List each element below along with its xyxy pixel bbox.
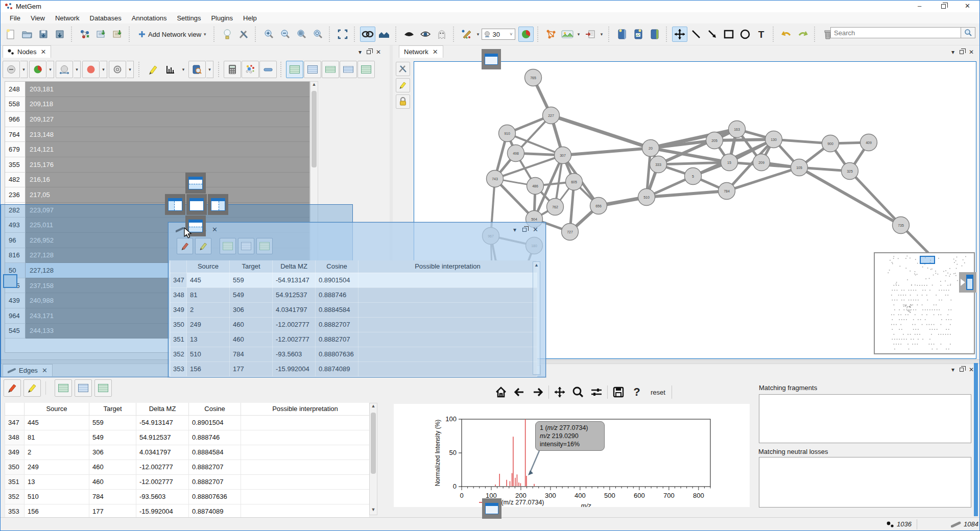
highlight-yellow-button[interactable] — [23, 379, 41, 397]
new-file-button[interactable] — [3, 27, 18, 42]
cell[interactable]: 0.8874089 — [316, 361, 358, 376]
close-button[interactable]: ✕ — [955, 1, 979, 12]
cell[interactable]: 460 — [89, 460, 136, 474]
database-view-button[interactable] — [647, 27, 662, 42]
row-header[interactable]: 355 — [5, 157, 26, 173]
close-icon[interactable]: ✕ — [41, 48, 46, 56]
color-palette-button[interactable] — [459, 27, 474, 42]
minimize-button[interactable]: – — [907, 1, 931, 12]
edges-table-row[interactable]: 352510784-93.56030.88807636 — [5, 489, 370, 504]
close-icon[interactable]: ✕ — [433, 48, 438, 56]
cell[interactable]: -12.002777 — [273, 317, 316, 332]
hide-items-button[interactable] — [401, 27, 417, 42]
save-button[interactable] — [36, 27, 51, 42]
network-node[interactable]: 784 — [719, 183, 735, 200]
network-node[interactable]: 498 — [508, 145, 524, 162]
cell[interactable]: 549 — [230, 287, 273, 302]
cell[interactable]: 249 — [187, 317, 230, 332]
network-node[interactable]: 205 — [706, 132, 723, 149]
zoom-icon[interactable] — [570, 384, 586, 400]
ghost-mode-button[interactable] — [434, 27, 449, 42]
cell[interactable]: 306 — [230, 302, 273, 317]
network-edge[interactable] — [563, 148, 651, 155]
show-items-button[interactable] — [418, 27, 433, 42]
row-header[interactable]: 350 — [5, 460, 25, 474]
floating-table-scrollbar[interactable]: ▲ — [533, 261, 540, 375]
cell[interactable]: 460 — [89, 474, 136, 489]
cell[interactable]: 177 — [89, 504, 136, 519]
dock-close-icon[interactable]: ✕ — [969, 366, 974, 373]
network-node[interactable]: 735 — [893, 217, 910, 234]
row-header[interactable]: 966 — [5, 112, 26, 127]
row-header[interactable]: 248 — [5, 82, 26, 97]
row-value[interactable]: 214,121 — [26, 142, 309, 157]
cell[interactable]: -93.5603 — [273, 347, 316, 361]
cell[interactable]: -54.913147 — [136, 415, 189, 430]
column-header-cosine[interactable]: Cosine — [316, 260, 358, 273]
home-icon[interactable] — [493, 384, 509, 400]
edges-table-row[interactable]: 34923064.03417970.8884584 — [5, 445, 370, 460]
row-header[interactable]: 351 — [170, 332, 187, 347]
redo-button[interactable] — [795, 27, 810, 42]
cell[interactable] — [358, 347, 537, 361]
row-value[interactable]: 203,181 — [26, 82, 309, 97]
edges-table-row[interactable]: 350249460-12.0027770.8882707 — [170, 317, 537, 332]
move-tool-button[interactable] — [672, 27, 687, 42]
network-annotate-button[interactable] — [396, 78, 410, 92]
cell[interactable]: -12.002777 — [136, 474, 189, 489]
edges-table-scrollbar[interactable]: ▲ ▼ — [369, 403, 377, 515]
cell[interactable]: 0.8874089 — [189, 504, 241, 519]
network-node[interactable]: 15 — [721, 154, 738, 171]
cell[interactable]: -54.913147 — [273, 273, 316, 287]
view-spectrum-button[interactable] — [162, 61, 179, 78]
pan-icon[interactable] — [552, 384, 567, 400]
search-button[interactable] — [961, 27, 975, 38]
clusterize-button[interactable] — [242, 61, 259, 78]
menu-item-help[interactable]: Help — [238, 13, 262, 23]
network-node[interactable]: 163 — [729, 121, 746, 138]
tab-network[interactable]: Network ✕ — [399, 45, 443, 58]
column-header-target[interactable]: Target — [89, 403, 136, 415]
scroll-up-icon[interactable]: ▲ — [534, 262, 539, 268]
column-header-delta-mz[interactable]: Delta MZ — [273, 260, 316, 273]
network-node[interactable]: 333 — [650, 156, 667, 173]
cell[interactable] — [358, 361, 537, 376]
cell[interactable]: 0.888746 — [316, 287, 358, 302]
cell[interactable] — [358, 287, 537, 302]
scroll-down-icon[interactable]: ▼ — [370, 507, 377, 515]
export-data-dropdown[interactable]: ▾ — [599, 27, 605, 42]
ellipse-tool-button[interactable] — [737, 27, 753, 42]
zoom-selected-button[interactable] — [310, 27, 325, 42]
cell[interactable] — [241, 504, 370, 519]
cell[interactable]: 156 — [25, 504, 89, 519]
row-header[interactable]: 347 — [5, 415, 25, 430]
search-input[interactable] — [830, 27, 961, 38]
row-header[interactable]: 349 — [5, 445, 25, 460]
nodes-table-row[interactable]: 236217,05 — [5, 187, 309, 203]
cell[interactable] — [241, 445, 370, 460]
cell[interactable] — [358, 302, 537, 317]
row-header[interactable]: 348 — [170, 287, 187, 302]
edges-table-row[interactable]: 347445559-54.9131470.8901504 — [5, 415, 370, 430]
network-node[interactable]: 743 — [487, 171, 504, 187]
pie-chart-button[interactable] — [518, 27, 534, 42]
cell[interactable]: 4.0341797 — [136, 445, 189, 460]
size-column-button[interactable] — [56, 61, 73, 78]
view-spectrum-dropdown[interactable]: ▾ — [180, 61, 187, 78]
edges-table-row[interactable]: 353156177-15.9920040.8874089 — [170, 361, 537, 376]
close-icon[interactable]: ✕ — [212, 226, 218, 233]
cell[interactable]: 0.88807636 — [189, 489, 241, 504]
cell[interactable]: 156 — [187, 361, 230, 376]
row-header[interactable]: 558 — [5, 97, 26, 112]
edges-table-row[interactable]: 35113460-12.0027770.8882707 — [170, 332, 537, 347]
cell[interactable]: 784 — [89, 489, 136, 504]
nodes-table-row[interactable]: 764213,148 — [5, 127, 309, 142]
dock-float-icon[interactable] — [522, 228, 527, 232]
cell[interactable]: 54.912537 — [136, 430, 189, 445]
network-node[interactable]: 486 — [527, 178, 544, 195]
database-button[interactable] — [614, 27, 630, 42]
cell[interactable]: 510 — [187, 347, 230, 361]
neighbors-button[interactable] — [376, 27, 392, 42]
cell[interactable]: -93.5603 — [136, 489, 189, 504]
cell[interactable] — [241, 489, 370, 504]
